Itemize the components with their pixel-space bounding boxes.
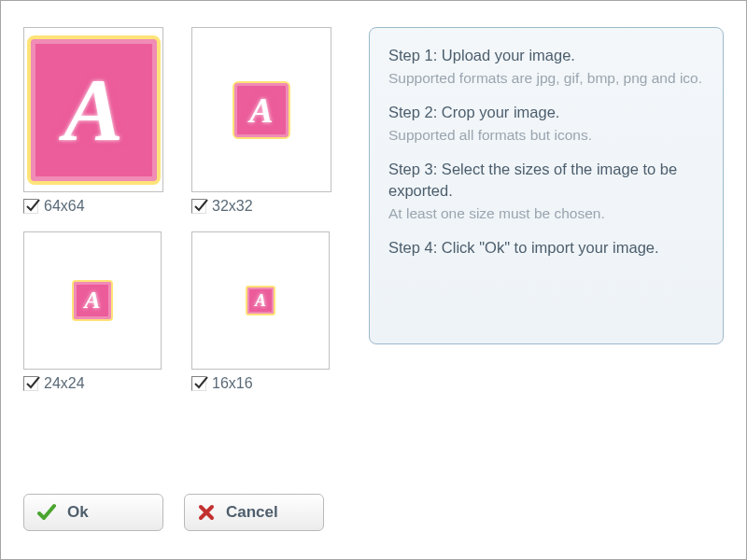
preview-box-24: A <box>23 231 162 370</box>
caption-64[interactable]: 64x64 <box>23 198 85 215</box>
checkbox-24[interactable] <box>23 376 38 391</box>
glyph-a: A <box>249 92 273 128</box>
step2-sub: Supported all formats but icons. <box>388 126 704 146</box>
label-64: 64x64 <box>44 198 85 215</box>
ok-button[interactable]: Ok <box>23 494 163 531</box>
checkbox-64[interactable] <box>23 199 38 214</box>
step1-title: Step 1: Upload your image. <box>388 45 704 65</box>
glyph-a: A <box>63 65 123 155</box>
cancel-label: Cancel <box>226 503 278 522</box>
preview-32: A 32x32 <box>191 27 341 215</box>
letter-a-icon: A <box>233 81 290 139</box>
ok-label: Ok <box>67 503 89 522</box>
step3-sub: At least one size must be chosen. <box>388 204 704 224</box>
label-16: 16x16 <box>212 375 253 392</box>
caption-16[interactable]: 16x16 <box>191 375 253 392</box>
letter-a-icon: A <box>72 280 113 321</box>
button-row: Ok Cancel <box>23 494 324 531</box>
preview-24: A 24x24 <box>23 231 173 392</box>
label-32: 32x32 <box>212 198 253 215</box>
step1-sub: Supported formats are jpg, gif, bmp, png… <box>388 69 704 89</box>
preview-box-64: A <box>23 27 163 192</box>
letter-a-icon: A <box>27 35 161 185</box>
dialog-frame: A 64x64 A 32x32 <box>0 0 747 560</box>
close-icon <box>198 504 215 521</box>
step3-title: Step 3: Select the sizes of the image to… <box>388 159 704 201</box>
cancel-button[interactable]: Cancel <box>184 494 324 531</box>
label-24: 24x24 <box>44 375 85 392</box>
step2-title: Step 2: Crop your image. <box>388 102 704 122</box>
checkbox-32[interactable] <box>191 199 206 214</box>
preview-16: A 16x16 <box>191 231 341 392</box>
step4-title: Step 4: Click "Ok" to import your image. <box>388 237 704 258</box>
glyph-a: A <box>84 288 100 313</box>
check-icon <box>37 503 56 522</box>
caption-32[interactable]: 32x32 <box>191 198 253 215</box>
preview-grid: A 64x64 A 32x32 <box>23 27 341 533</box>
caption-24[interactable]: 24x24 <box>23 375 85 392</box>
checkbox-16[interactable] <box>191 376 206 391</box>
glyph-a: A <box>255 292 266 309</box>
instructions-panel: Step 1: Upload your image. Supported for… <box>369 27 724 344</box>
preview-box-16: A <box>191 231 330 370</box>
preview-box-32: A <box>191 27 331 192</box>
preview-64: A 64x64 <box>23 27 173 215</box>
letter-a-icon: A <box>246 286 275 315</box>
